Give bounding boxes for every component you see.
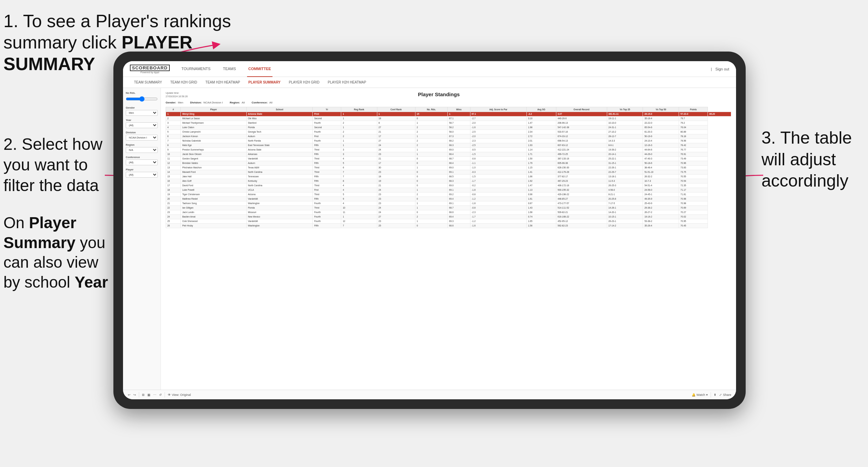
player-standings-table: # Player School Yr Reg Rank Conf Rank No… (166, 107, 731, 228)
view-btn[interactable]: 👁 View: Original (168, 393, 191, 397)
refresh-btn[interactable]: ↺ (159, 393, 162, 397)
filter-conference: Conference: All (252, 101, 272, 104)
sign-out-link[interactable]: Sign out (715, 67, 729, 71)
col-school: School (246, 107, 313, 112)
nav-committee[interactable]: COMMITTEE (247, 61, 272, 77)
table-area: Update time: 27/03/2024 16:56:26 Player … (161, 88, 736, 390)
update-time: Update time: 27/03/2024 16:56:26 (166, 91, 188, 98)
year-select[interactable]: (All) First Second Third Fourth Fifth (126, 122, 158, 128)
col-conf-rank: Conf Rank (377, 107, 415, 112)
copy-btn[interactable]: ⊞ (142, 393, 145, 397)
table-row: 3Michael ThorbjornsenStanfordFourth28158… (166, 121, 731, 125)
table-row: 2Michael Le SassoOle MissSecond118067.1-… (166, 116, 731, 121)
table-row: 12Brendan ValdesAuburnFifth517068.4-1.11… (166, 161, 731, 165)
player-select[interactable]: (All) (126, 172, 158, 178)
paste-btn[interactable]: ▦ (147, 393, 151, 397)
bottom-toolbar: ↩ ↪ ⊞ ▦ ⋯ ↺ 👁 View: Original 🔔 Watch ▾ ⬆… (123, 390, 736, 399)
no-rds-slider[interactable] (126, 95, 158, 103)
sub-nav-team-summary[interactable]: TEAM SUMMARY (130, 77, 166, 88)
table-title: Player Standings (188, 91, 690, 97)
sub-nav-player-h2h-grid[interactable]: PLAYER H2H GRID (285, 77, 324, 88)
table-row: 16Alex GoffKentuckyFifth819068.3-1.71.92… (166, 179, 731, 183)
table-row: 11Gordon SargentVanderbiltThird421068.7-… (166, 156, 731, 161)
table-row: 10Jacob Skov OlesenArkansasFifth323168.4… (166, 152, 731, 156)
col-adj-score: Adj. Score to Par (470, 107, 526, 112)
redo-btn[interactable]: ↪ (133, 393, 136, 397)
col-avg-sg: Avg SG (526, 107, 556, 112)
main-content: No Rds. Gender Men Women Year (All) Firs… (123, 88, 736, 390)
filter-division: Division: NCAA Division I (190, 101, 223, 104)
tablet-screen: SCOREBOARD Powered by dppd TOURNAMENTS T… (123, 61, 736, 399)
table-row: 17David FordNorth CarolinaThird421069.0-… (166, 183, 731, 188)
table-row: 8Mats EgeEast Tennessee StateFifth124268… (166, 143, 731, 147)
division-select[interactable]: NCAA Division I NCAA Division II (126, 135, 158, 141)
region-select[interactable]: N/A All (126, 147, 158, 153)
table-row: 6Jackson KoivunAuburnFirst217167.3-2.02.… (166, 134, 731, 138)
conference-select[interactable]: (All) (126, 159, 158, 165)
table-row: 20Matthew RiedelVanderbiltFifth923069.4-… (166, 197, 731, 201)
table-row: 5Christo LamprechtGeorgia TechFourth2212… (166, 130, 731, 134)
filter-row: Gender: Men Division: NCAA Division I Re… (166, 101, 731, 104)
col-yr: Yr (313, 107, 341, 112)
table-row: 21Taehoon SongWashingtonFourth423169.1-1… (166, 201, 731, 205)
table-row: 26Petr HrubyWashingtonFifth725068.6-1.61… (166, 223, 731, 228)
gender-select[interactable]: Men Women (126, 110, 158, 116)
export-btn[interactable]: ⬆ (714, 393, 716, 397)
table-row: 24Bastien AmatNew MexicoFourth127269.4-1… (166, 214, 731, 219)
share-btn[interactable]: ⤢ Share (719, 393, 731, 397)
table-row: 7Nicholas GabrelcikNorth FloridaFourth12… (166, 138, 731, 143)
nav-teams[interactable]: TEAMS (222, 61, 237, 77)
table-row: 25Cole SherwoodVanderbiltFourth1223169.3… (166, 219, 731, 223)
sub-nav-team-h2h-heatmap[interactable]: TEAM H2H HEATMAP (201, 77, 244, 88)
filter-region: Region: All (230, 101, 245, 104)
annotation-step2: 2. Select how you want to filter the dat… (3, 134, 107, 196)
table-row: 15Jake HallTennesseeFifth718068.5-1.51.6… (166, 174, 731, 179)
table-row: 1Wenyi DingArizona StateFirst1115167.1-3… (166, 112, 731, 116)
toolbar-sep2 (165, 392, 165, 398)
filter-gender: Gender: Men (166, 101, 183, 104)
sub-nav-player-summary[interactable]: PLAYER SUMMARY (244, 77, 285, 88)
sub-nav-player-h2h-heatmap[interactable]: PLAYER H2H HEATMAP (324, 77, 370, 88)
col-overall-record: Overall Record (556, 107, 607, 112)
sub-nav-team-h2h-grid[interactable]: TEAM H2H GRID (166, 77, 201, 88)
table-row: 22Ian GilliganFloridaThird1024168.7-0.81… (166, 205, 731, 210)
col-vs-top50: Vs Top 50 (643, 107, 679, 112)
watch-btn[interactable]: 🔔 Watch ▾ (692, 393, 708, 397)
col-reg-rank: Reg Rank (341, 107, 377, 112)
col-rank: # (166, 107, 181, 112)
col-wins: Wins (448, 107, 470, 112)
table-row: 14Maxwell FordNorth CarolinaThird723069.… (166, 170, 731, 174)
sidebar: No Rds. Gender Men Women Year (All) Firs… (123, 88, 161, 390)
annotation-step3: 3. The table will adjust accordingly (761, 127, 858, 192)
filter-btn[interactable]: ⋯ (153, 393, 156, 397)
tablet-device: SCOREBOARD Powered by dppd TOURNAMENTS T… (113, 52, 746, 409)
undo-btn[interactable]: ↩ (128, 393, 131, 397)
sub-nav: TEAM SUMMARY TEAM H2H GRID TEAM H2H HEAT… (123, 77, 736, 88)
logo: SCOREBOARD Powered by dppd (130, 65, 170, 74)
nav-bar: SCOREBOARD Powered by dppd TOURNAMENTS T… (123, 61, 736, 77)
table-row: 9Preston SummerhaysArizona StateThird324… (166, 147, 731, 152)
col-points: Points (679, 107, 708, 112)
toolbar-sep1 (139, 392, 139, 398)
col-player: Player (181, 107, 246, 112)
table-row: 4Luke ClatonFloridaSecond127258.2-1.61.9… (166, 125, 731, 130)
nav-tournaments[interactable]: TOURNAMENTS (180, 61, 212, 77)
table-row: 18Luke PowellUCLAFirst424169.1-1.81.1350… (166, 188, 731, 192)
nav-right: | Sign out (711, 67, 729, 71)
col-vs-top25: Vs Top 25 (607, 107, 643, 112)
table-row: 13Phichaksn MaichonTexas A&MThird630169.… (166, 165, 731, 170)
nav-items: TOURNAMENTS TEAMS COMMITTEE (180, 61, 711, 77)
table-header-section: Update time: 27/03/2024 16:56:26 Player … (166, 91, 731, 98)
table-row: 23Jack LundinMissouriFourth1124068.6-2.3… (166, 210, 731, 214)
col-no-rds: No. Rds. (415, 107, 448, 112)
toolbar-sep3 (711, 392, 711, 398)
annotation-step3-bottom: On Player Summary you can also view by s… (3, 213, 110, 292)
table-row: 19Tiger ChristensenArizonaThird523269.2-… (166, 192, 731, 197)
